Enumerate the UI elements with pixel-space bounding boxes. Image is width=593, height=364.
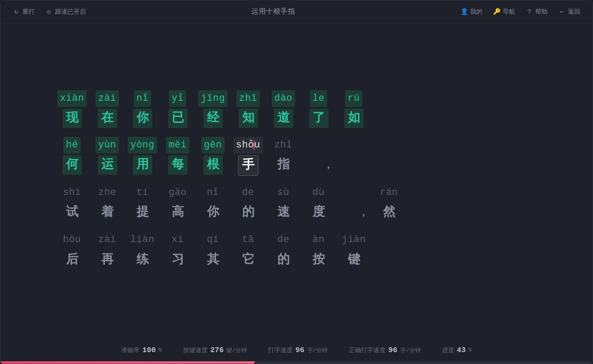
keystroke-stat: 按键速度 276 键/分钟	[183, 346, 247, 354]
progress-value: 43	[457, 346, 466, 354]
restart-label: 重打	[22, 8, 35, 16]
help-button[interactable]: ? 帮助	[526, 8, 548, 16]
navigation-button[interactable]: 🔑 导航	[493, 8, 515, 16]
char-he: hé	[55, 137, 90, 154]
char-ti: tí	[125, 184, 160, 202]
accuracy-label: 准确率	[121, 346, 140, 354]
typing-value: 96	[295, 346, 304, 354]
chinese-row-1: 现 在 你 已 经 知	[55, 109, 539, 128]
text-line-1: xiàn zài nǐ yǐ jīng zhī	[55, 90, 539, 128]
pinyin-row-1: xiàn zài nǐ yǐ jīng zhī	[55, 90, 539, 107]
accuracy-unit: %	[158, 347, 162, 353]
char-punct2	[336, 184, 372, 202]
char-ni2: nǐ	[195, 184, 231, 202]
header-right: 👤 我的 🔑 导航 ? 帮助 ⇐ 返回	[460, 8, 580, 16]
header-left: ↻ 重打 ◎ 跟读已开启	[13, 8, 86, 16]
char-yong: yòng	[125, 137, 160, 154]
char-zai2: zài	[90, 232, 125, 249]
main-content: xiàn zài nǐ yǐ jīng zhī	[0, 23, 593, 341]
cn-lian: 练	[125, 250, 160, 269]
status-bar: 准确率 100 % 按键速度 276 键/分钟 打字速度 96 字/分钟 正确打…	[0, 341, 593, 361]
char-dao: dào	[266, 90, 301, 107]
char-zhi2: zhǐ	[266, 137, 301, 154]
follow-read-button[interactable]: ◎ 跟读已开启	[45, 8, 86, 16]
char-xian: xiàn	[55, 90, 90, 107]
cn-ti: 提	[125, 203, 160, 223]
cn-ni1: 你	[125, 109, 160, 128]
typing-unit: 字/分钟	[307, 346, 328, 354]
cn-hou: 后	[55, 250, 90, 269]
correct-label: 正确打字速度	[349, 346, 386, 354]
char-zhe: zhe	[90, 184, 125, 202]
cn-yun: 运	[90, 155, 125, 175]
restart-button[interactable]: ↻ 重打	[13, 8, 35, 16]
cn-gao: 高	[160, 203, 195, 223]
correct-unit: 字/分钟	[400, 346, 421, 354]
char-qi: qí	[195, 232, 231, 249]
cn-zhi2: 指	[266, 155, 301, 175]
cn-xi: 习	[160, 250, 195, 269]
cn-zai1: 在	[90, 109, 125, 128]
cn-zhi1: 知	[231, 109, 266, 128]
char-ta: tā	[231, 232, 266, 249]
mine-label: 我的	[470, 8, 483, 16]
cn-de: 的	[231, 203, 266, 223]
char-zhi1: zhī	[231, 90, 266, 107]
char-de: de	[231, 184, 266, 202]
accuracy-stat: 准确率 100 %	[121, 346, 162, 354]
help-label: 帮助	[535, 8, 548, 16]
text-line-2: hé yùn yòng měi gēn shǒu	[55, 137, 539, 176]
cn-yi: 已	[160, 109, 195, 128]
cn-le: 了	[301, 109, 336, 128]
char-gao: gāo	[160, 184, 195, 202]
navigation-label: 导航	[503, 8, 515, 16]
accuracy-value: 100	[142, 346, 156, 354]
back-label: 返回	[568, 8, 580, 16]
cn-ni2: 你	[195, 203, 231, 223]
char-ran: rán	[372, 184, 407, 202]
progress-label: 进度	[442, 346, 454, 354]
typing-stat: 打字速度 96 字/分钟	[268, 346, 328, 354]
char-de2: de	[266, 232, 301, 249]
char-du: dù	[301, 184, 336, 202]
progress-stat: 进度 43 %	[442, 346, 472, 354]
cn-shou: 手	[231, 155, 266, 175]
char-su: sù	[266, 184, 301, 202]
header: ↻ 重打 ◎ 跟读已开启 运用十根手指 👤 我的 🔑 导航 ? 帮助	[0, 0, 593, 23]
cn-an: 按	[301, 250, 336, 269]
correct-stat: 正确打字速度 96 字/分钟	[349, 346, 420, 354]
cn-punct1: ，	[301, 155, 336, 175]
keystroke-value: 276	[210, 346, 224, 354]
chinese-row-4: 后 再 练 习 其 它	[55, 250, 539, 269]
cn-he: 何	[55, 155, 90, 175]
char-ru: rú	[336, 90, 372, 107]
char-jing: jīng	[195, 90, 231, 107]
follow-read-label: 跟读已开启	[55, 8, 86, 16]
cn-ta: 它	[231, 250, 266, 269]
restart-icon: ↻	[13, 8, 20, 15]
keystroke-label: 按键速度	[183, 346, 208, 354]
progress-unit: %	[468, 347, 472, 353]
cn-shi: 试	[55, 203, 90, 223]
cn-mei: 每	[160, 155, 195, 175]
cn-zai2: 再	[90, 250, 125, 269]
cn-su: 速	[266, 203, 301, 223]
cn-jian: 键	[336, 250, 372, 269]
char-le: le	[301, 90, 336, 107]
correct-value: 96	[388, 346, 397, 354]
char-xi: xí	[160, 232, 195, 249]
navigation-icon: 🔑	[493, 8, 500, 15]
char-zai1: zài	[90, 90, 125, 107]
app-container: ↻ 重打 ◎ 跟读已开启 运用十根手指 👤 我的 🔑 导航 ? 帮助	[0, 0, 593, 364]
char-gen: gēn	[195, 137, 231, 154]
char-mei: měi	[160, 137, 195, 154]
progress-bar-fill	[0, 361, 255, 364]
follow-read-icon: ◎	[45, 8, 52, 15]
cn-de2: 的	[266, 250, 301, 269]
back-button[interactable]: ⇐ 返回	[558, 8, 580, 16]
text-line-3: shì zhe tí gāo nǐ de	[55, 184, 539, 223]
mine-button[interactable]: 👤 我的	[460, 8, 483, 16]
char-shou: shǒu	[231, 137, 266, 154]
cn-du: 度	[301, 203, 336, 223]
pinyin-row-2: hé yùn yòng měi gēn shǒu	[55, 137, 539, 154]
